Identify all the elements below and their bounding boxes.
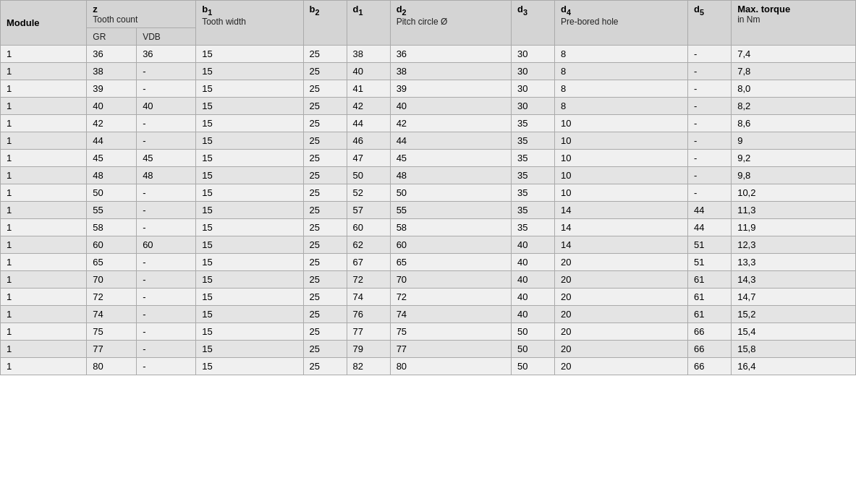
cell-b2: 25 bbox=[303, 115, 347, 132]
cell-d2: 55 bbox=[390, 202, 511, 219]
cell-module: 1 bbox=[1, 306, 87, 323]
cell-module: 1 bbox=[1, 167, 87, 184]
cell-z-vdb: - bbox=[137, 323, 196, 341]
cell-d2: 48 bbox=[390, 167, 511, 184]
cell-z-gr: 77 bbox=[87, 341, 137, 358]
header-d1-main: d1 bbox=[353, 4, 363, 14]
cell-b2: 25 bbox=[303, 80, 347, 98]
cell-z-vdb: 36 bbox=[137, 46, 196, 63]
cell-d4: 14 bbox=[555, 236, 688, 254]
cell-d5: - bbox=[688, 46, 732, 63]
cell-d3: 35 bbox=[512, 132, 555, 150]
cell-d1: 74 bbox=[347, 289, 390, 306]
cell-d1: 38 bbox=[347, 46, 390, 63]
cell-z-vdb: - bbox=[137, 132, 196, 150]
cell-d4: 20 bbox=[555, 254, 688, 271]
cell-z-gr: 39 bbox=[87, 80, 137, 98]
table-row: 14848152550483510-9,8 bbox=[1, 167, 856, 184]
cell-module: 1 bbox=[1, 289, 87, 306]
cell-torque: 9 bbox=[732, 132, 856, 150]
cell-b2: 25 bbox=[303, 358, 347, 375]
cell-d4: 14 bbox=[555, 219, 688, 236]
cell-d5: 66 bbox=[688, 341, 732, 358]
cell-d1: 77 bbox=[347, 323, 390, 341]
cell-b1: 15 bbox=[196, 80, 303, 98]
table-row: 165-1525676540205113,3 bbox=[1, 254, 856, 271]
cell-torque: 9,8 bbox=[732, 167, 856, 184]
cell-d2: 42 bbox=[390, 115, 511, 132]
cell-b2: 25 bbox=[303, 219, 347, 236]
cell-d1: 50 bbox=[347, 167, 390, 184]
cell-d1: 40 bbox=[347, 63, 390, 80]
cell-d5: - bbox=[688, 63, 732, 80]
cell-d5: - bbox=[688, 115, 732, 132]
cell-d5: 51 bbox=[688, 236, 732, 254]
cell-z-gr: 44 bbox=[87, 132, 137, 150]
cell-b1: 15 bbox=[196, 236, 303, 254]
cell-z-gr: 72 bbox=[87, 289, 137, 306]
cell-d2: 50 bbox=[390, 184, 511, 202]
cell-d3: 30 bbox=[512, 63, 555, 80]
cell-d4: 20 bbox=[555, 271, 688, 289]
header-d2-sub: Pitch circle Ø bbox=[397, 17, 505, 27]
cell-b2: 25 bbox=[303, 289, 347, 306]
header-b1: b1 Tooth width bbox=[196, 1, 303, 46]
header-d1: d1 bbox=[347, 1, 390, 46]
cell-z-gr: 40 bbox=[87, 98, 137, 115]
cell-d3: 50 bbox=[512, 341, 555, 358]
cell-z-gr: 65 bbox=[87, 254, 137, 271]
table-row: 139-15254139308-8,0 bbox=[1, 80, 856, 98]
cell-module: 1 bbox=[1, 80, 87, 98]
header-d2-main: d2 bbox=[397, 4, 407, 14]
cell-b1: 15 bbox=[196, 202, 303, 219]
header-torque: Max. torque in Nm bbox=[732, 1, 856, 46]
cell-b1: 15 bbox=[196, 115, 303, 132]
header-d3-main: d3 bbox=[517, 4, 527, 14]
cell-torque: 9,2 bbox=[732, 150, 856, 167]
header-b2-main: b2 bbox=[310, 4, 320, 14]
cell-d5: - bbox=[688, 80, 732, 98]
cell-module: 1 bbox=[1, 323, 87, 341]
cell-b1: 15 bbox=[196, 254, 303, 271]
cell-d3: 40 bbox=[512, 306, 555, 323]
table-row: 155-1525575535144411,3 bbox=[1, 202, 856, 219]
cell-d4: 20 bbox=[555, 306, 688, 323]
cell-d4: 10 bbox=[555, 167, 688, 184]
cell-b2: 25 bbox=[303, 323, 347, 341]
cell-d4: 8 bbox=[555, 46, 688, 63]
cell-b1: 15 bbox=[196, 341, 303, 358]
cell-b1: 15 bbox=[196, 358, 303, 375]
header-d2: d2 Pitch circle Ø bbox=[390, 1, 511, 46]
cell-torque: 11,9 bbox=[732, 219, 856, 236]
cell-z-vdb: - bbox=[137, 80, 196, 98]
cell-d3: 30 bbox=[512, 98, 555, 115]
cell-d2: 44 bbox=[390, 132, 511, 150]
cell-d3: 35 bbox=[512, 202, 555, 219]
header-torque-sub: in Nm bbox=[737, 14, 849, 25]
cell-module: 1 bbox=[1, 271, 87, 289]
cell-b1: 15 bbox=[196, 219, 303, 236]
cell-b2: 25 bbox=[303, 202, 347, 219]
header-b1-main: b1 bbox=[202, 4, 212, 14]
cell-z-vdb: - bbox=[137, 341, 196, 358]
cell-d4: 10 bbox=[555, 150, 688, 167]
cell-z-gr: 36 bbox=[87, 46, 137, 63]
table-row: 150-152552503510-10,2 bbox=[1, 184, 856, 202]
cell-d2: 38 bbox=[390, 63, 511, 80]
cell-module: 1 bbox=[1, 202, 87, 219]
cell-b1: 15 bbox=[196, 289, 303, 306]
cell-d2: 75 bbox=[390, 323, 511, 341]
cell-module: 1 bbox=[1, 115, 87, 132]
cell-d5: 44 bbox=[688, 219, 732, 236]
header-vdb-label: VDB bbox=[143, 32, 161, 42]
header-z: z Tooth count bbox=[87, 1, 196, 28]
cell-d3: 30 bbox=[512, 46, 555, 63]
cell-d1: 52 bbox=[347, 184, 390, 202]
table-row: 14545152547453510-9,2 bbox=[1, 150, 856, 167]
cell-d5: - bbox=[688, 98, 732, 115]
header-z-vdb: VDB bbox=[137, 28, 196, 46]
cell-b2: 25 bbox=[303, 254, 347, 271]
table-row: 1363615253836308-7,4 bbox=[1, 46, 856, 63]
header-gr-label: GR bbox=[93, 32, 106, 42]
cell-z-gr: 50 bbox=[87, 184, 137, 202]
